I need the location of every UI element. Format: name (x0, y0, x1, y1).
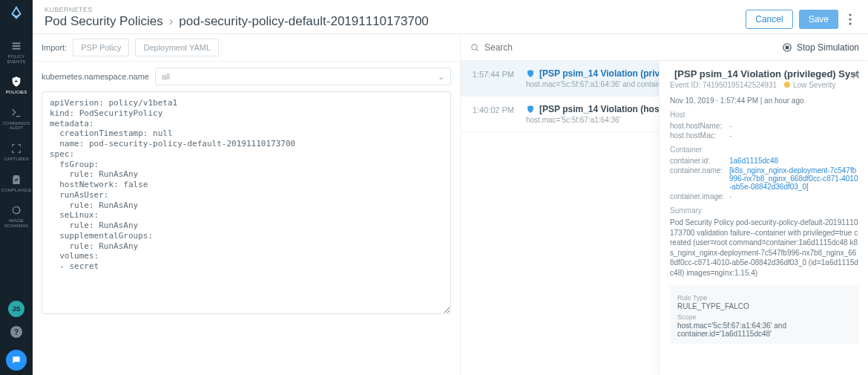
rule-type-value: RULE_TYPE_FALCO (677, 302, 852, 310)
import-row: Import: PSP Policy Deployment YAML (33, 34, 460, 62)
stop-simulation-label: Stop Simulation (797, 42, 859, 53)
kv-row: host.hostName:- (670, 122, 859, 130)
kv-row: container.name:[k8s_nginx_nginx-deployme… (670, 166, 859, 191)
nav-policies[interactable]: + POLICIES (0, 70, 33, 101)
namespace-row: kubernetes.namespace.name all ⌄ (33, 62, 460, 91)
nav-captures[interactable]: CAPTURES (0, 137, 33, 168)
detail-timestamp: Nov 10, 2019 · 1:57:44 PM | an hour ago (670, 97, 859, 105)
svg-rect-1 (13, 45, 21, 47)
app-sidebar: POLICY EVENTS + POLICIES COMMANDS AUDIT … (0, 0, 33, 375)
event-id: 741950195142524931 (703, 81, 777, 89)
kv-row: host.hostMac:- (670, 131, 859, 140)
namespace-select[interactable]: all ⌄ (155, 68, 451, 85)
svg-point-8 (849, 22, 851, 25)
breadcrumb-root[interactable]: Pod Security Policies (45, 14, 163, 29)
nav-label: POLICY EVENTS (0, 54, 33, 64)
section-heading-host: Host (670, 111, 859, 119)
svg-point-9 (472, 44, 477, 49)
rule-box: Rule Type RULE_TYPE_FALCO Scope host.mac… (670, 285, 859, 344)
search-input[interactable] (484, 42, 775, 53)
editor-pane: Import: PSP Policy Deployment YAML kuber… (33, 34, 461, 375)
svg-rect-12 (786, 46, 789, 49)
nav-image-scanning[interactable]: IMAGE SCANNING (0, 198, 33, 234)
yaml-editor[interactable] (42, 91, 451, 314)
svg-text:+: + (15, 78, 19, 85)
nav-label: IMAGE SCANNING (0, 218, 33, 228)
chevron-right-icon: › (169, 14, 174, 29)
severity-dot-icon (784, 82, 790, 88)
section-heading-container: Container (670, 146, 859, 154)
help-button[interactable]: ? (0, 322, 33, 342)
svg-line-10 (476, 49, 479, 51)
nav-label: POLICIES (6, 90, 27, 95)
breadcrumb: Pod Security Policies › pod-security-pol… (45, 14, 429, 29)
scope-value: host.mac='5c:5f:67:a1:64:36' and contain… (677, 322, 852, 338)
chevron-down-icon: ⌄ (438, 72, 444, 82)
event-time: 1:40:02 PM (461, 104, 526, 124)
kv-row: container.image:- (670, 192, 859, 200)
nav-commands-audit[interactable]: COMMANDS AUDIT (0, 101, 33, 137)
stop-icon (782, 42, 792, 53)
scope-heading: Scope (677, 313, 852, 321)
help-icon: ? (10, 326, 22, 338)
severity-label: Low Severity (793, 81, 835, 89)
chat-launcher[interactable] (0, 342, 33, 375)
event-detail-panel: ✕ [PSP psim_14 Violation (privileged) Sy… (659, 61, 868, 375)
page-title: pod-security-policy-default-201911101737… (179, 14, 428, 29)
namespace-label: kubernetes.namespace.name (42, 72, 149, 81)
stop-simulation-button[interactable]: Stop Simulation (782, 42, 859, 53)
nav-label: COMPLIANCE (1, 188, 32, 193)
search-icon (470, 42, 480, 53)
namespace-value: all (162, 72, 170, 81)
cancel-button[interactable]: Cancel (746, 10, 792, 29)
content-area: KUBERNETES Pod Security Policies › pod-s… (33, 0, 868, 375)
chat-icon (6, 350, 27, 371)
nav-label: CAPTURES (4, 157, 29, 162)
import-psp-button[interactable]: PSP Policy (73, 39, 129, 56)
rule-type-heading: Rule Type (677, 294, 852, 301)
kv-row: container.id:1a6d1115dc48 (670, 157, 859, 165)
import-deployment-yaml-button[interactable]: Deployment YAML (135, 39, 219, 56)
section-heading-summary: Summary (670, 206, 859, 215)
svg-point-7 (849, 18, 851, 20)
save-button[interactable]: Save (799, 10, 838, 29)
import-label: Import: (42, 43, 67, 52)
user-avatar[interactable]: JS (0, 296, 33, 322)
svg-rect-2 (13, 48, 21, 50)
app-logo-icon (8, 4, 24, 24)
nav-policy-events[interactable]: POLICY EVENTS (0, 34, 33, 70)
shield-icon (526, 105, 535, 114)
close-button[interactable]: ✕ (851, 68, 861, 82)
avatar-initials: JS (8, 301, 24, 317)
event-id-label: Event ID: (670, 81, 700, 89)
events-pane: Stop Simulation 1:57:44 PM [PSP psim_14 … (461, 34, 868, 375)
more-menu-button[interactable] (844, 10, 856, 29)
svg-rect-0 (13, 42, 21, 44)
events-toolbar: Stop Simulation (461, 34, 868, 61)
nav-label: COMMANDS AUDIT (0, 121, 33, 131)
breadcrumb-top: KUBERNETES (45, 6, 429, 13)
detail-title: [PSP psim_14 Violation (privileged) Syst… (674, 68, 859, 79)
page-header: KUBERNETES Pod Security Policies › pod-s… (33, 0, 868, 34)
events-search[interactable] (470, 39, 775, 56)
summary-text: Pod Security Policy pod-security-policy-… (670, 218, 859, 278)
event-time: 1:57:44 PM (461, 68, 526, 88)
svg-point-6 (849, 13, 851, 16)
shield-icon (526, 69, 535, 78)
nav-compliance[interactable]: COMPLIANCE (0, 168, 33, 199)
